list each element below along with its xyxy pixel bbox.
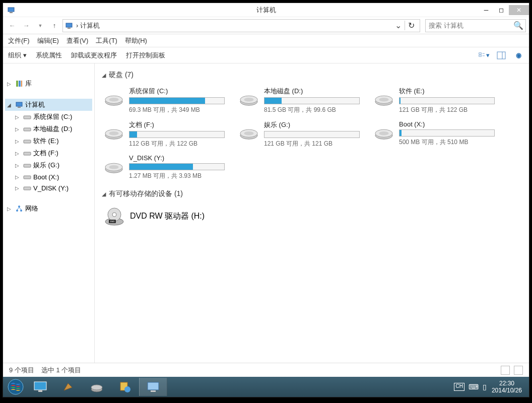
svg-text:DVD: DVD	[110, 220, 115, 223]
tray-time: 22:30	[492, 380, 522, 387]
view-options-icon[interactable]: ▾	[479, 50, 490, 61]
recent-button[interactable]: ▼	[34, 20, 46, 32]
drive-info: 69.3 MB 可用，共 349 MB	[129, 106, 225, 114]
drive-name: Boot (X:)	[399, 120, 495, 128]
refresh-button[interactable]: ↻	[405, 21, 418, 30]
drive-icon	[23, 173, 31, 181]
tree-label: Boot (X:)	[33, 173, 59, 181]
taskbar-app3[interactable]	[111, 378, 139, 396]
forward-button[interactable]: →	[20, 20, 32, 32]
collapse-arrow-icon[interactable]: ◢	[7, 102, 13, 108]
taskbar-app1[interactable]	[54, 378, 83, 396]
drive-item[interactable]: V_DISK (Y:) 1.27 MB 可用，共 3.93 MB	[102, 152, 227, 182]
drive-usage-bar	[399, 97, 495, 104]
expand-arrow-icon[interactable]: ▷	[15, 126, 21, 132]
control-panel-button[interactable]: 打开控制面板	[126, 51, 165, 60]
help-icon[interactable]: ◉	[513, 50, 524, 61]
keyboard-icon[interactable]: ⌨	[469, 383, 479, 391]
network-icon	[15, 205, 23, 213]
hdd-icon	[374, 120, 394, 142]
organize-button[interactable]: 组织 ▾	[8, 51, 27, 60]
drive-item[interactable]: 本地磁盘 (D:) 81.5 GB 可用，共 99.6 GB	[237, 85, 362, 116]
uninstall-button[interactable]: 卸载或更改程序	[71, 51, 117, 60]
close-button[interactable]: ✕	[509, 5, 529, 15]
group-removable-header[interactable]: ◢ 有可移动存储的设备 (1)	[102, 189, 522, 198]
address-dropdown[interactable]: ⌄	[392, 21, 405, 30]
view-details-icon[interactable]	[501, 366, 510, 375]
ime-icon[interactable]: CH	[454, 383, 464, 391]
minimize-button[interactable]: ─	[479, 5, 494, 15]
drive-icon	[23, 184, 31, 192]
dvd-icon: DVD	[104, 206, 125, 227]
drive-item[interactable]: 软件 (E:) 121 GB 可用，共 122 GB	[372, 85, 497, 116]
drive-icon	[23, 125, 31, 133]
sidebar-drive-x[interactable]: ▷Boot (X:)	[5, 171, 92, 182]
sidebar-network[interactable]: ▷ 网络	[5, 203, 92, 215]
drive-item[interactable]: 娱乐 (G:) 121 GB 可用，共 121 GB	[237, 118, 362, 150]
tree-label: 计算机	[25, 100, 45, 109]
expand-arrow-icon[interactable]: ▷	[15, 151, 21, 156]
drive-item[interactable]: 文档 (F:) 112 GB 可用，共 122 GB	[102, 118, 227, 150]
search-bar[interactable]: 🔍	[425, 19, 526, 32]
search-icon[interactable]: 🔍	[513, 21, 523, 30]
tray-clock[interactable]: 22:30 2014/10/26	[492, 380, 522, 394]
tree-label: 网络	[25, 204, 38, 213]
menu-edit[interactable]: 编辑(E)	[37, 36, 59, 45]
taskbar-explorer[interactable]	[139, 378, 167, 396]
tray-icons[interactable]: CH ⌨ ▯	[454, 383, 486, 391]
expand-arrow-icon[interactable]: ▷	[15, 114, 21, 120]
sidebar-drive-d[interactable]: ▷本地磁盘 (D:)	[5, 123, 92, 135]
up-button[interactable]: ↑	[48, 20, 60, 32]
expand-arrow-icon[interactable]: ▷	[15, 174, 21, 180]
address-bar[interactable]: › 计算机 ⌄ ↻	[62, 19, 420, 32]
statusbar: 9 个项目 选中 1 个项目	[3, 363, 529, 377]
drive-name: 娱乐 (G:)	[264, 120, 360, 129]
explorer-window: 计算机 ─ ◻ ✕ ← → ▼ ↑ › 计算机 ⌄ ↻ 🔍 文件(F) 编辑(E…	[3, 3, 529, 397]
drive-item[interactable]: 系统保留 (C:) 69.3 MB 可用，共 349 MB	[102, 85, 227, 116]
preview-pane-icon[interactable]	[496, 50, 507, 61]
svg-rect-0	[8, 8, 14, 12]
tray-date: 2014/10/26	[492, 387, 522, 394]
expand-arrow-icon[interactable]: ▷	[7, 206, 13, 212]
menu-file[interactable]: 文件(F)	[8, 36, 30, 45]
dvd-drive-item[interactable]: DVD DVD RW 驱动器 (H:)	[102, 204, 522, 229]
battery-icon[interactable]: ▯	[483, 383, 487, 391]
search-input[interactable]	[429, 22, 513, 29]
taskbar-desktop[interactable]	[26, 378, 54, 396]
svg-rect-21	[24, 187, 31, 190]
maximize-button[interactable]: ◻	[494, 5, 509, 15]
back-button[interactable]: ←	[6, 20, 18, 32]
sidebar-drive-y[interactable]: ▷V_DISK (Y:)	[5, 182, 92, 193]
menu-help[interactable]: 帮助(H)	[125, 36, 147, 45]
computer-icon	[15, 101, 23, 109]
group-hdd-header[interactable]: ◢ 硬盘 (7)	[102, 71, 522, 80]
svg-rect-12	[21, 81, 22, 87]
svg-rect-52	[34, 382, 46, 390]
taskbar-app2[interactable]	[83, 378, 111, 396]
menu-tools[interactable]: 工具(T)	[96, 36, 117, 45]
drive-name: 文档 (F:)	[129, 120, 225, 129]
drive-usage-bar	[264, 131, 360, 138]
expand-arrow-icon[interactable]: ▷	[15, 185, 21, 191]
drive-item[interactable]: Boot (X:) 500 MB 可用，共 510 MB	[372, 118, 497, 150]
sidebar-drive-e[interactable]: ▷软件 (E:)	[5, 135, 92, 147]
expand-arrow-icon[interactable]: ▷	[15, 139, 21, 144]
sidebar-drive-g[interactable]: ▷娱乐 (G:)	[5, 159, 92, 171]
svg-rect-3	[68, 28, 71, 29]
start-button[interactable]	[5, 378, 26, 396]
tree-label: 娱乐 (G:)	[33, 161, 59, 170]
view-tiles-icon[interactable]	[514, 366, 523, 375]
breadcrumb[interactable]: › 计算机	[76, 21, 392, 30]
window-title: 计算机	[256, 6, 276, 15]
sidebar-drive-f[interactable]: ▷文档 (F:)	[5, 147, 92, 159]
hdd-icon	[239, 120, 259, 142]
sidebar-computer[interactable]: ◢ 计算机	[5, 99, 92, 111]
expand-arrow-icon[interactable]: ▷	[7, 81, 13, 87]
system-properties-button[interactable]: 系统属性	[36, 51, 62, 60]
sidebar-drive-c[interactable]: ▷系统保留 (C:)	[5, 111, 92, 123]
sidebar-favorites[interactable]: ▷ 库	[5, 78, 92, 90]
expand-arrow-icon[interactable]: ▷	[15, 163, 21, 168]
menu-view[interactable]: 查看(V)	[66, 36, 88, 45]
tree-spacer	[5, 69, 92, 78]
drive-usage-bar	[129, 131, 225, 138]
